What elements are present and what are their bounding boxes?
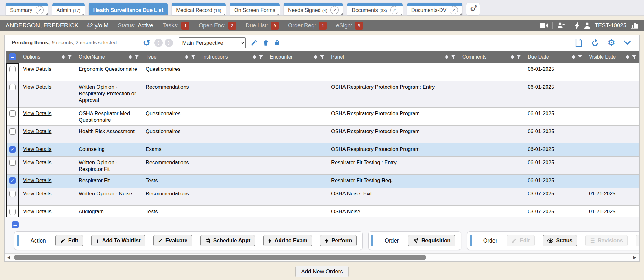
tab-label: Documents	[352, 7, 378, 13]
add-person-icon[interactable]	[557, 22, 566, 29]
column-header-encounter[interactable]: Encounter	[266, 51, 327, 63]
counter-badge[interactable]: 1	[319, 22, 327, 30]
undo-icon[interactable]: ↺	[143, 38, 150, 48]
row-checkbox[interactable]	[9, 160, 16, 166]
tab-needs-signed[interactable]: Needs Signed(4)↗	[284, 3, 343, 15]
evaluate-button[interactable]: ✔Evaluate	[153, 235, 192, 246]
scroll-left-icon[interactable]: ◀	[7, 255, 10, 260]
counter-badge[interactable]: 2	[228, 22, 236, 30]
row-checkbox[interactable]: ✓	[9, 146, 16, 153]
column-header-options[interactable]: Options	[19, 51, 75, 63]
view-details-link[interactable]: View Details	[23, 146, 51, 152]
filter-funnel-icon[interactable]	[578, 55, 582, 59]
trash-icon[interactable]	[263, 39, 269, 46]
add-to-exam-button[interactable]: Add to Exam	[263, 235, 312, 246]
cell-order-name: Audiogram	[75, 206, 142, 217]
filter-funnel-icon[interactable]	[67, 55, 72, 59]
sort-icon[interactable]	[62, 55, 65, 59]
column-header-type[interactable]: Type	[142, 51, 198, 63]
view-details-link[interactable]: View Details	[23, 66, 51, 72]
chevron-down-icon[interactable]	[624, 40, 631, 45]
filter-funnel-icon[interactable]	[258, 55, 263, 59]
row-checkbox[interactable]	[9, 128, 16, 135]
filter-funnel-icon[interactable]	[516, 55, 521, 59]
sort-icon[interactable]	[185, 55, 188, 59]
bar-chart-icon[interactable]	[631, 21, 639, 30]
header-select-all-checkbox[interactable]	[6, 51, 19, 63]
row-checkbox[interactable]	[9, 209, 16, 215]
panel-text: OSHA Respiratory Protection Program	[331, 146, 420, 152]
requisition-button[interactable]: Requisition	[408, 235, 455, 246]
popout-icon[interactable]: ↗	[390, 6, 398, 14]
scroll-right-icon[interactable]: ▶	[633, 255, 636, 260]
column-header-visible-date[interactable]: Visible Date	[585, 51, 639, 63]
edit-button[interactable]: Edit	[55, 235, 83, 246]
popout-icon[interactable]: ↗	[450, 6, 458, 14]
filter-funnel-icon[interactable]	[320, 55, 325, 59]
view-details-link[interactable]: View Details	[23, 209, 51, 214]
column-header-due-date[interactable]: Due Date	[524, 51, 585, 63]
popout-icon[interactable]: ↗	[36, 6, 44, 14]
schedule-appt-button[interactable]: Schedule Appt	[200, 235, 255, 246]
sort-icon[interactable]	[314, 55, 317, 59]
lock-icon[interactable]	[274, 39, 280, 46]
cell-type: Questionnaires	[142, 63, 198, 81]
column-header-instructions[interactable]: Instructions	[198, 51, 266, 63]
column-header-comments[interactable]: Comments	[458, 51, 524, 63]
view-details-link[interactable]: View Details	[23, 160, 51, 165]
popout-icon[interactable]: ↗	[330, 6, 339, 14]
sort-icon[interactable]	[253, 55, 256, 59]
video-camera-icon[interactable]	[540, 22, 548, 29]
row-checkbox[interactable]	[9, 66, 16, 72]
perspective-select[interactable]: Main Perspective	[179, 37, 246, 48]
tab-summary[interactable]: Summary↗	[6, 3, 48, 15]
view-details-link[interactable]: View Details	[23, 84, 51, 90]
row-checkbox[interactable]	[9, 84, 16, 90]
new-document-icon[interactable]	[575, 38, 583, 47]
filter-funnel-icon[interactable]	[134, 55, 139, 59]
cell-due-date: 06-01-2025	[524, 143, 585, 156]
status-button[interactable]: Status	[543, 235, 577, 246]
column-label: Instructions	[202, 54, 253, 60]
tab-admin[interactable]: Admin(17)	[52, 3, 85, 15]
gear-icon[interactable]: ⚙	[608, 38, 615, 47]
counter-badge[interactable]: 1	[181, 22, 189, 30]
tab-settings-button[interactable]: ⚙⚙	[466, 3, 480, 15]
sort-icon[interactable]	[572, 55, 575, 59]
view-details-link[interactable]: View Details	[23, 191, 51, 196]
edit-pencil-icon[interactable]	[251, 39, 258, 46]
add-to-waitlist-button[interactable]: +Add To Waitlist	[91, 235, 145, 246]
tab-documents-dv[interactable]: Documents-DV↗	[407, 3, 462, 15]
filter-funnel-icon[interactable]	[451, 55, 456, 59]
column-header-ordername[interactable]: OrderName	[75, 51, 142, 63]
view-details-link[interactable]: View Details	[23, 177, 51, 183]
tab-on-screen-forms[interactable]: On Screen Forms	[230, 3, 280, 15]
filter-funnel-icon[interactable]	[632, 55, 636, 59]
tab-documents[interactable]: Documents(38)↗	[347, 3, 402, 15]
sort-icon[interactable]	[129, 55, 132, 59]
counter-badge[interactable]: 3	[355, 22, 363, 30]
prev-icon[interactable]: ❮	[154, 39, 163, 47]
view-details-link[interactable]: View Details	[23, 128, 51, 134]
tab-medical-record[interactable]: Medical Record(16)	[172, 3, 226, 15]
bolt-icon[interactable]	[575, 22, 580, 29]
view-details-link[interactable]: View Details	[23, 110, 51, 116]
row-checkbox[interactable]	[9, 191, 16, 197]
perform-button[interactable]: Perform	[320, 235, 357, 246]
row-checkbox[interactable]	[9, 110, 16, 117]
sort-icon[interactable]	[511, 55, 514, 59]
select-all-checkbox[interactable]	[12, 221, 19, 228]
filter-funnel-icon[interactable]	[191, 55, 196, 59]
horizontal-scrollbar[interactable]: ◀ ▶	[5, 253, 639, 261]
column-header-panel[interactable]: Panel	[327, 51, 458, 63]
row-checkbox[interactable]: ✓	[9, 177, 16, 184]
cell-encounter	[266, 108, 327, 125]
add-new-orders-button[interactable]: Add New Orders	[295, 266, 348, 277]
next-icon[interactable]: ❯	[165, 39, 173, 47]
sort-icon[interactable]	[626, 55, 629, 59]
counter-badge[interactable]: 9	[271, 22, 279, 30]
sort-icon[interactable]	[445, 55, 448, 59]
scrollbar-thumb[interactable]	[14, 255, 426, 260]
tab-health-surveillance-due-list[interactable]: Health Surveillance:Due List	[89, 3, 168, 15]
refresh-icon[interactable]	[591, 39, 599, 47]
